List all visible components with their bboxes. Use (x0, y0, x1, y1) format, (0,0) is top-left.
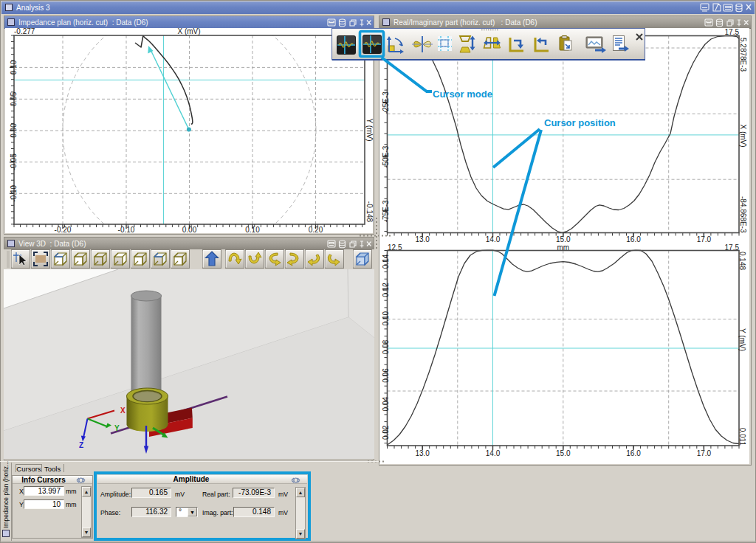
svg-text:0.05: 0.05 (10, 91, 18, 106)
svg-text:Y: Y (114, 424, 120, 432)
svg-text:0.00: 0.00 (10, 123, 18, 138)
svg-text:0.12: 0.12 (382, 283, 390, 297)
svg-text:16.0: 16.0 (626, 235, 641, 243)
svg-text:mm: mm (557, 243, 569, 252)
svg-text:X (mV): X (mV) (177, 28, 200, 35)
svg-text:-50E-3: -50E-3 (382, 145, 390, 167)
svg-text:0.10: 0.10 (382, 311, 390, 326)
svg-text:14.0: 14.0 (486, 449, 501, 457)
svg-text:X: X (120, 407, 126, 415)
svg-text:-0.148: -0.148 (365, 201, 374, 223)
svg-text:17.0: 17.0 (697, 235, 712, 243)
svg-text:Z: Z (79, 441, 83, 449)
svg-text:14.0: 14.0 (486, 235, 501, 243)
svg-text:0.06: 0.06 (382, 368, 390, 383)
svg-text:17.5: 17.5 (725, 28, 740, 36)
svg-text:-0.20: -0.20 (55, 226, 72, 234)
svg-text:15.0: 15.0 (556, 449, 571, 457)
svg-text:0.10: 0.10 (10, 60, 18, 75)
svg-text:13.0: 13.0 (415, 449, 430, 457)
svg-text:-0.10: -0.10 (10, 184, 18, 201)
svg-text:0.00: 0.00 (182, 226, 197, 234)
svg-text:-84.868E-3: -84.868E-3 (739, 196, 747, 233)
svg-text:0.08: 0.08 (382, 339, 390, 354)
svg-text:13.0: 13.0 (415, 235, 430, 243)
svg-text:0.02: 0.02 (382, 425, 390, 440)
svg-text:-25E-3: -25E-3 (382, 91, 390, 114)
svg-text:15.0: 15.0 (556, 235, 571, 243)
svg-text:0.148: 0.148 (738, 252, 746, 270)
svg-text:X (mV): X (mV) (739, 124, 747, 147)
svg-text:-0.05: -0.05 (10, 153, 18, 170)
svg-text:16.0: 16.0 (626, 449, 641, 457)
svg-text:17.0: 17.0 (697, 449, 712, 457)
svg-text:0.20: 0.20 (309, 226, 323, 234)
svg-text:-75E-3: -75E-3 (382, 200, 390, 222)
svg-text:5.2878E-3: 5.2878E-3 (739, 38, 747, 72)
svg-text:-0.10: -0.10 (118, 226, 135, 234)
svg-text:0.14: 0.14 (382, 254, 390, 269)
svg-text:0.10: 0.10 (245, 226, 260, 234)
svg-text:12.5: 12.5 (388, 243, 402, 252)
svg-text:17.5: 17.5 (725, 243, 740, 252)
svg-text:-0.277: -0.277 (14, 28, 35, 35)
svg-text:0.011: 0.011 (738, 428, 746, 446)
svg-text:0.04: 0.04 (382, 397, 390, 412)
svg-text:Y (mV): Y (mV) (738, 328, 746, 351)
svg-text:Y (mV): Y (mV) (365, 119, 374, 142)
